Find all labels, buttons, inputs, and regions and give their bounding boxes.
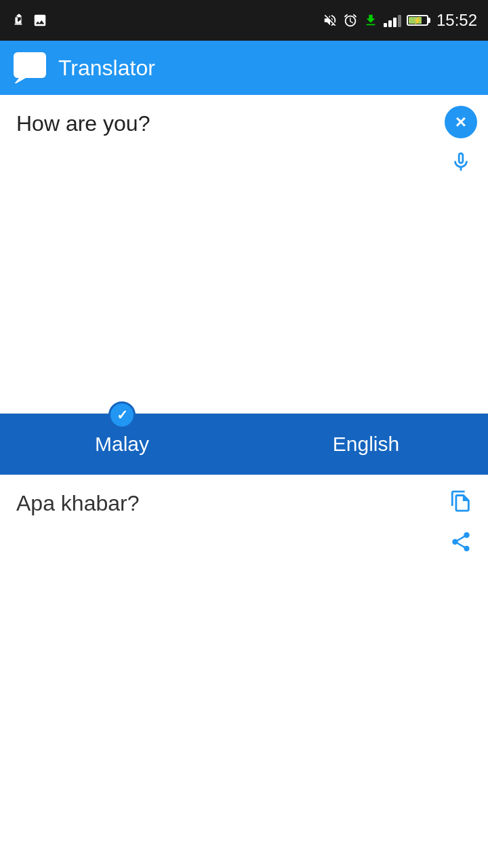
language-selector-bar: ✓ Malay English bbox=[0, 414, 488, 475]
app-logo bbox=[14, 51, 47, 85]
share-icon bbox=[449, 530, 472, 555]
svg-rect-1 bbox=[14, 52, 46, 78]
alarm-icon bbox=[343, 13, 358, 28]
usb-icon bbox=[11, 13, 26, 28]
source-text-input[interactable]: How are you? bbox=[0, 95, 488, 413]
output-area: Apa khabar? bbox=[0, 475, 488, 868]
close-icon: × bbox=[455, 113, 466, 132]
battery-indicator: ⚡ bbox=[407, 15, 428, 26]
microphone-icon bbox=[449, 151, 472, 176]
input-area: How are you? × bbox=[0, 95, 488, 414]
copy-button[interactable] bbox=[445, 486, 477, 518]
target-language-button[interactable]: English bbox=[244, 414, 488, 475]
status-icons-right: ⚡ 15:52 bbox=[323, 11, 477, 30]
signal-bars bbox=[384, 14, 401, 27]
mute-icon bbox=[323, 13, 338, 28]
status-icons-left bbox=[11, 13, 47, 28]
share-button[interactable] bbox=[445, 526, 477, 559]
svg-rect-0 bbox=[15, 24, 22, 25]
translated-text: Apa khabar? bbox=[16, 491, 139, 515]
image-icon bbox=[33, 13, 47, 28]
status-time: 15:52 bbox=[436, 11, 477, 30]
copy-icon bbox=[449, 490, 472, 515]
source-language-label: Malay bbox=[95, 433, 149, 456]
microphone-button[interactable] bbox=[445, 146, 477, 179]
chat-bubble-icon bbox=[14, 52, 47, 83]
download-icon bbox=[363, 13, 378, 28]
clear-input-button[interactable]: × bbox=[445, 106, 477, 138]
app-title: Translator bbox=[58, 56, 155, 81]
check-icon: ✓ bbox=[117, 407, 128, 423]
svg-marker-2 bbox=[14, 78, 26, 83]
status-bar: ⚡ 15:52 bbox=[0, 0, 488, 41]
active-language-indicator: ✓ bbox=[108, 401, 136, 429]
app-header: Translator bbox=[0, 41, 488, 95]
source-language-button[interactable]: ✓ Malay bbox=[0, 414, 244, 475]
target-language-label: English bbox=[333, 433, 399, 456]
